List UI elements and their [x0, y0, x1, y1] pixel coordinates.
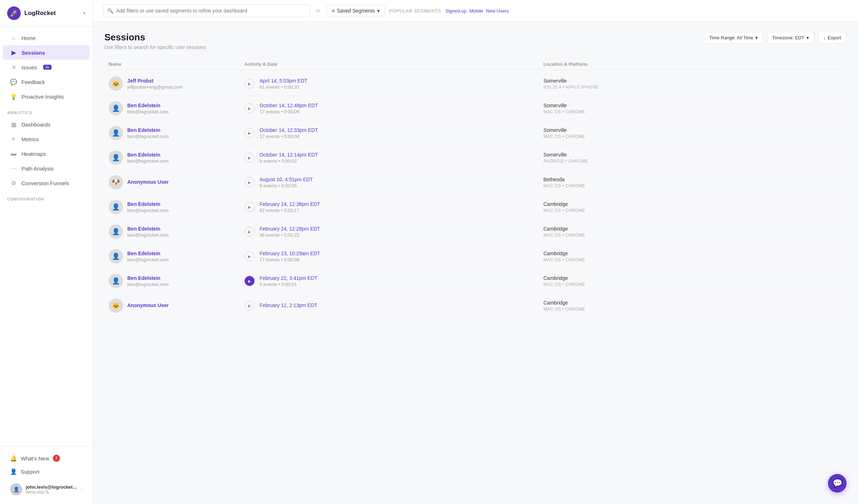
user-thumbnail: 👤 — [109, 224, 123, 239]
activity-date: October 14, 12:48pm EDT — [260, 103, 318, 108]
insights-icon: 💡 — [10, 93, 17, 100]
table-row[interactable]: 👤 Ben Edelstein ben@logrocket.com ▶ Octo… — [104, 145, 847, 170]
user-org: demo-kdz7k — [26, 490, 78, 495]
table-row[interactable]: 👤 Ben Edelstein ben@logrocket.com ▶ Febr… — [104, 269, 847, 293]
activity-details: February 23, 10:29am EDT 17 events • 0:0… — [260, 251, 320, 262]
location-city: Cambridge — [543, 201, 842, 207]
avatar: 👤 — [10, 483, 22, 495]
sidebar-item-heatmaps-label: Heatmaps — [21, 151, 46, 157]
sidebar-chevron-icon[interactable]: ▾ — [83, 11, 85, 16]
heatmaps-icon: ▬ — [10, 150, 17, 157]
table-row[interactable]: 👤 Ben Edelstein ben@logrocket.com ▶ Febr… — [104, 244, 847, 269]
play-button[interactable]: ▶ — [245, 227, 255, 237]
sidebar-item-dashboards[interactable]: ▦ Dashboards — [3, 117, 90, 132]
sidebar-item-metrics[interactable]: ≡ Metrics — [3, 132, 90, 146]
sidebar-item-sessions-label: Sessions — [21, 50, 45, 56]
sidebar-item-conversion-funnels[interactable]: ⚙ Conversion Funnels — [3, 176, 90, 190]
activity-details: February 22, 3:41pm EDT 5 events • 0:00:… — [260, 275, 317, 287]
chat-fab-button[interactable]: 💬 — [828, 474, 847, 493]
play-button[interactable]: ▶ — [245, 153, 255, 163]
whats-new-item[interactable]: 🔔 What's New 7 — [7, 451, 85, 465]
location-platform: MAC OS • CHROME — [543, 109, 842, 114]
refresh-button[interactable]: ⟳ — [315, 6, 322, 16]
table-row[interactable]: 🐱 Anonymous User ▶ February 12, 2:13pm E… — [104, 293, 847, 318]
timezone-button[interactable]: Timezone: EDT ▾ — [767, 32, 814, 44]
user-thumbnail: 🐶 — [109, 175, 123, 189]
user-profile-item[interactable]: 👤 john.levis@logrocket.co... demo-kdz7k … — [7, 480, 85, 499]
location-city: Somerville — [543, 127, 842, 133]
play-button[interactable]: ▶ — [245, 301, 255, 311]
user-chevron-icon: › — [81, 487, 83, 492]
activity-details: April 14, 5:03pm EDT 61 events • 0:00:32 — [260, 78, 307, 90]
activity-cell: ▶ February 24, 12:28pm EDT 46 events • 0… — [245, 226, 543, 238]
user-cell: 👤 Ben Edelstein ben@logrocket.com — [109, 150, 245, 165]
activity-meta: 17 events • 0:00:06 — [260, 257, 320, 262]
table-row[interactable]: 👤 Ben Edelstein ben@logrocket.com ▶ Octo… — [104, 121, 847, 145]
page-subtitle: Use filters to search for specific user … — [104, 44, 206, 50]
sidebar-item-proactive-insights[interactable]: 💡 Proactive Insights — [3, 89, 90, 104]
play-button[interactable]: ▶ — [245, 79, 255, 89]
sidebar-item-feedback[interactable]: 💬 Feedback — [3, 75, 90, 89]
activity-cell: ▶ October 14, 12:48pm EDT 17 events • 0:… — [245, 103, 543, 114]
play-button[interactable]: ▶ — [245, 251, 255, 261]
sidebar: 🚀 LogRocket ▾ ⌂ Home ▶ Sessions ✳ Issues… — [0, 0, 93, 504]
user-email: john.levis@logrocket.co... — [26, 484, 78, 490]
play-button[interactable]: ▶ — [245, 177, 255, 187]
play-button[interactable]: ▶ — [245, 202, 255, 212]
logo-text: LogRocket — [24, 10, 56, 17]
sidebar-item-path-analysis[interactable]: ⋯ Path Analysis — [3, 161, 90, 176]
support-item[interactable]: 👤 Support — [7, 465, 85, 478]
activity-cell: ▶ February 23, 10:29am EDT 17 events • 0… — [245, 251, 543, 262]
location-platform: MAC OS • CHROME — [543, 282, 842, 287]
user-email: ben@logrocket.com — [127, 257, 169, 262]
search-wrap: 🔍 — [103, 4, 310, 17]
saved-segments-button[interactable]: ≡ Saved Segments ▾ — [326, 5, 385, 16]
activity-date: August 10, 4:51pm EDT — [260, 177, 313, 182]
search-input[interactable] — [103, 4, 310, 17]
user-cell: 🐱 Jeff Probst jeffprobst+eng@gmail.com — [109, 76, 245, 91]
support-label: Support — [21, 469, 40, 475]
table-row[interactable]: 🐱 Jeff Probst jeffprobst+eng@gmail.com ▶… — [104, 71, 847, 96]
time-range-button[interactable]: Time Range: All Time ▾ — [704, 32, 763, 44]
segment-mobile[interactable]: Mobile — [469, 8, 483, 14]
activity-meta: 9 events • 0:00:02 — [260, 158, 318, 164]
user-name: Ben Edelstein — [127, 226, 169, 232]
user-cell: 🐱 Anonymous User — [109, 298, 245, 313]
segment-signed-up[interactable]: Signed-up — [445, 8, 467, 14]
activity-cell: ▶ August 10, 4:51pm EDT 9 events • 0:00:… — [245, 177, 543, 188]
export-button[interactable]: ↓ Export — [818, 32, 847, 44]
location-platform: MAC OS • CHROME — [543, 233, 842, 238]
sidebar-item-home[interactable]: ⌂ Home — [3, 31, 90, 45]
logo-icon: 🚀 — [7, 6, 21, 20]
sidebar-header[interactable]: 🚀 LogRocket ▾ — [0, 0, 93, 27]
table-row[interactable]: 👤 Ben Edelstein ben@logrocket.com ▶ Febr… — [104, 219, 847, 244]
sidebar-item-issues[interactable]: ✳ Issues AI — [3, 60, 90, 74]
play-button[interactable]: ▶ — [245, 103, 255, 113]
play-button[interactable]: ▶ — [245, 276, 255, 286]
export-label: Export — [828, 35, 841, 40]
user-cell: 👤 Ben Edelstein ben@logrocket.com — [109, 101, 245, 115]
play-button[interactable]: ▶ — [245, 128, 255, 138]
export-icon: ↓ — [823, 35, 826, 40]
table-row[interactable]: 👤 Ben Edelstein ben@logrocket.com ▶ Febr… — [104, 195, 847, 219]
location-platform: MAC OS • CHROME — [543, 208, 842, 213]
sidebar-item-sessions[interactable]: ▶ Sessions — [3, 45, 90, 60]
sidebar-item-path-analysis-label: Path Analysis — [21, 165, 54, 172]
user-name: Ben Edelstein — [127, 152, 169, 158]
feedback-icon: 💬 — [10, 78, 17, 85]
location-cell: Cambridge MAC OS • CHROME — [543, 226, 842, 238]
page-title: Sessions — [104, 32, 206, 43]
activity-meta: 17 events • 0:00:08 — [260, 134, 318, 139]
user-name: Ben Edelstein — [127, 201, 169, 207]
table-row[interactable]: 👤 Ben Edelstein ben@logrocket.com ▶ Octo… — [104, 96, 847, 121]
location-city: Cambridge — [543, 300, 842, 306]
location-city: Cambridge — [543, 275, 842, 281]
location-cell: Cambridge MAC OS • CHROME — [543, 251, 842, 262]
location-platform: MAC OS • CHROME — [543, 183, 842, 188]
sidebar-item-heatmaps[interactable]: ▬ Heatmaps — [3, 147, 90, 161]
segment-new-users[interactable]: New Users — [486, 8, 509, 14]
location-cell: Somerville IOS 15.4 • APPLE IPHONE — [543, 78, 842, 90]
table-row[interactable]: 🐶 Anonymous User ▶ August 10, 4:51pm EDT… — [104, 170, 847, 195]
user-cell: 🐶 Anonymous User — [109, 175, 245, 189]
main: 🔍 ⟳ ≡ Saved Segments ▾ POPULAR SEGMENTS:… — [93, 0, 858, 504]
